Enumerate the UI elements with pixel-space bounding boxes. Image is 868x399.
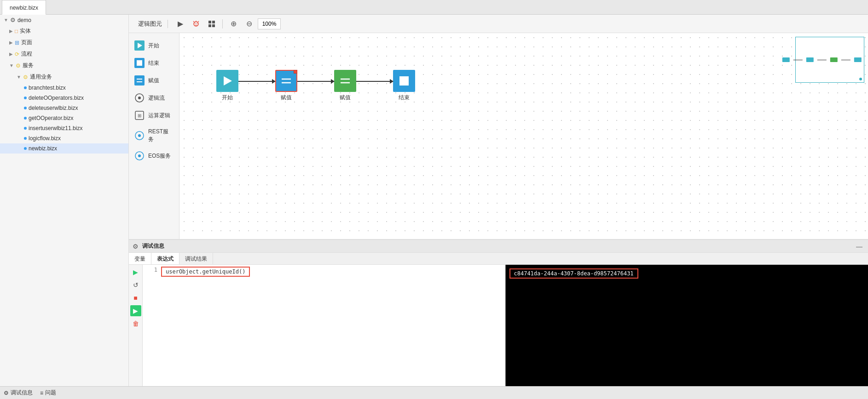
debug-stop-btn[interactable]: ■ <box>130 292 141 303</box>
sidebar-item-deleteuserwlbiz[interactable]: deleteuserwlbiz.bizx <box>0 103 128 113</box>
canvas-grid <box>179 33 868 239</box>
zoom-input[interactable]: 100% <box>258 18 281 29</box>
svg-line-3 <box>193 21 194 22</box>
debug-run-btn[interactable]: ▶ <box>130 305 141 316</box>
elem-logic-flow-icon <box>134 93 145 103</box>
sidebar-root[interactable]: ▼ ⚙ demo <box>0 15 128 25</box>
arrow-line-2 <box>297 81 334 82</box>
sidebar-deleteuserwlbiz-label: deleteuserwlbiz.bizx <box>29 105 78 111</box>
debug-refresh-btn[interactable]: ↺ <box>130 279 141 291</box>
deleteuserwlbiz-dot <box>24 107 27 109</box>
debug-tab-expressions[interactable]: 表达式 <box>151 253 179 264</box>
flow-node-end-box <box>393 70 415 92</box>
debug-line-num-1: 1 <box>146 267 157 273</box>
getOOperator-dot <box>24 117 27 120</box>
arrow-line-3 <box>356 81 393 82</box>
sidebar-item-newbiz[interactable]: newbiz.bizx <box>0 143 128 154</box>
toolbar-layout-btn[interactable] <box>205 17 219 30</box>
minimap <box>795 37 864 83</box>
svg-point-19 <box>138 134 141 137</box>
flow-node-assign-1[interactable]: 赋值 <box>275 70 297 102</box>
sidebar-item-getOOperator[interactable]: getOOperator.bizx <box>0 113 128 123</box>
arrow-line-1 <box>238 81 275 82</box>
status-problems-icon: ≡ <box>40 390 43 396</box>
status-problems[interactable]: ≡ 问题 <box>40 389 56 397</box>
sidebar-item-entity[interactable]: ▶ □ 实体 <box>0 25 128 37</box>
sidebar-item-service[interactable]: ▼ ⚙ 服务 <box>0 60 128 71</box>
elem-calc-logic-icon: ⊞ <box>134 110 145 120</box>
minimap-node-1 <box>782 57 790 62</box>
sidebar-item-logicflow[interactable]: logicflow.bizx <box>0 133 128 143</box>
sidebar-page-label: 页面 <box>21 39 32 46</box>
sidebar-item-flow[interactable]: ▶ ⟳ 流程 <box>0 48 128 60</box>
flow-node-start[interactable]: 开始 <box>216 70 238 102</box>
svg-marker-10 <box>138 43 142 48</box>
main-layout: ▼ ⚙ demo ▶ □ 实体 ▶ ⊞ 页面 ▶ ⟳ 流程 ▼ ⚙ 服务 <box>0 15 868 386</box>
debug-trash-btn[interactable]: 🗑 <box>130 318 141 329</box>
elem-end[interactable]: 结束 <box>129 54 179 72</box>
flow-node-assign-2[interactable]: 赋值 <box>334 70 356 102</box>
elem-start[interactable]: 开始 <box>129 37 179 54</box>
page-arrow: ▶ <box>9 40 13 45</box>
root-icon: ⚙ <box>10 17 16 23</box>
debug-minimize-btn[interactable]: — <box>854 243 864 250</box>
elem-end-icon <box>134 58 145 68</box>
sidebar-item-deleteOOperators[interactable]: deleteOOperators.bizx <box>0 93 128 103</box>
sidebar-item-common-biz[interactable]: ▼ ⚙ 通用业务 <box>0 71 128 83</box>
debug-result-container: c84741da-244a-4307-8dea-d98572476431 <box>506 265 868 282</box>
toolbar-zoom-in-btn[interactable]: ⊕ <box>226 17 240 30</box>
sidebar-root-label: demo <box>17 17 31 23</box>
flow-diagram: 开始 赋值 <box>216 70 415 102</box>
status-bar: ⚙ 调试信息 ≡ 问题 <box>0 386 868 399</box>
sidebar-branchtest-label: branchtest.bizx <box>29 85 66 91</box>
svg-marker-22 <box>224 76 232 86</box>
sidebar-deleteOOperators-label: deleteOOperators.bizx <box>29 95 84 101</box>
svg-point-2 <box>197 23 197 23</box>
toolbar-play-btn[interactable]: ▶ <box>174 17 187 30</box>
common-biz-arrow: ▼ <box>17 74 21 80</box>
svg-line-4 <box>198 21 199 22</box>
tab-newbiz[interactable]: newbiz.bizx <box>2 0 46 15</box>
minimap-line-1 <box>793 60 803 60</box>
debug-left-panel[interactable]: 1 userObject.getUniqueId() <box>143 265 506 386</box>
elem-logic-flow[interactable]: 逻辑流 <box>129 89 179 107</box>
status-debug-info[interactable]: ⚙ 调试信息 <box>4 389 33 397</box>
debug-code-expression[interactable]: userObject.getUniqueId() <box>161 267 250 277</box>
debug-play-btn[interactable]: ▶ <box>130 267 141 278</box>
debug-tab-variables[interactable]: 变量 <box>129 253 151 264</box>
deleteOOperators-dot <box>24 97 27 99</box>
debug-left-actions: ▶ ↺ ■ ▶ 🗑 <box>129 265 143 386</box>
debug-tab-results[interactable]: 调试结果 <box>179 253 213 264</box>
flow-node-assign-1-box <box>275 70 297 92</box>
elem-logic-flow-label: 逻辑流 <box>148 94 165 102</box>
debug-content: ▶ ↺ ■ ▶ 🗑 1 userObject.getUniqueId() <box>129 265 868 386</box>
flow-node-end[interactable]: 结束 <box>393 70 415 102</box>
debug-header: ⚙ 调试信息 — <box>129 240 868 253</box>
page-icon: ⊞ <box>15 40 19 46</box>
debug-title-icon: ⚙ <box>133 243 139 250</box>
branchtest-dot <box>24 86 27 89</box>
sidebar-newbiz-label: newbiz.bizx <box>29 145 57 152</box>
debug-main: 1 userObject.getUniqueId() c84741da-244a… <box>143 265 868 386</box>
sidebar-service-label: 服务 <box>23 62 34 69</box>
svg-point-21 <box>138 154 141 157</box>
elem-eos-service[interactable]: EOS服务 <box>129 147 179 165</box>
toolbar-zoom-out-btn[interactable]: ⊖ <box>242 17 256 30</box>
sidebar-item-insertuserwlbiz11[interactable]: insertuserwlbiz11.bizx <box>0 123 128 133</box>
sidebar-common-biz-label: 通用业务 <box>30 73 52 81</box>
sidebar-item-page[interactable]: ▶ ⊞ 页面 <box>0 37 128 48</box>
minimap-node-2 <box>806 57 814 62</box>
flow-arrow-2 <box>297 81 334 82</box>
sidebar-item-branchtest[interactable]: branchtest.bizx <box>0 83 128 93</box>
flow-arrow-1 <box>238 81 275 82</box>
status-problems-label: 问题 <box>45 389 56 397</box>
sidebar-insertuserwlbiz11-label: insertuserwlbiz11.bizx <box>29 125 82 131</box>
flow-canvas[interactable]: 开始 赋值 <box>179 33 868 239</box>
debug-panel: ⚙ 调试信息 — 变量 表达式 调试结果 ▶ ↺ ■ ▶ 🗑 <box>129 239 868 386</box>
elem-rest-service[interactable]: REST服务 <box>129 124 179 147</box>
debug-line-1: 1 userObject.getUniqueId() <box>143 265 505 279</box>
elem-calc-logic[interactable]: ⊞ 运算逻辑 <box>129 107 179 124</box>
elem-assign[interactable]: 赋值 <box>129 72 179 89</box>
toolbar-debug-btn[interactable] <box>189 17 203 30</box>
common-biz-icon: ⚙ <box>23 74 28 80</box>
